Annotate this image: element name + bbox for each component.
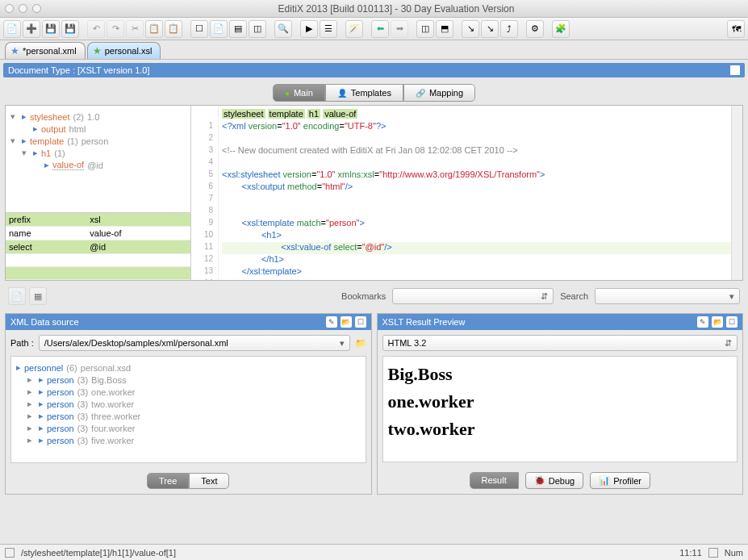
path-label: Path : — [10, 338, 34, 348]
split-h-icon[interactable]: ◫ — [416, 20, 434, 38]
split-v-icon[interactable]: ⬒ — [436, 20, 453, 38]
box-icon[interactable]: ☐ — [355, 316, 366, 328]
cut-icon[interactable]: ✂ — [126, 20, 144, 38]
window-titlebar: EditiX 2013 [Build 010113] - 30 Day Eval… — [0, 0, 748, 18]
btn-debug[interactable]: 🐞Debug — [525, 472, 583, 489]
person-icon: 👤 — [337, 89, 347, 98]
btn-result[interactable]: Result — [470, 472, 519, 489]
box-icon[interactable]: ☐ — [726, 316, 738, 328]
wand-icon[interactable]: 🪄 — [345, 20, 363, 38]
search-dropdown[interactable]: ▾ — [595, 288, 740, 304]
result-heading: one.worker — [388, 391, 733, 412]
vertical-scrollbar[interactable] — [731, 106, 742, 280]
file-tab-personal-xml[interactable]: ★ *personal.xml — [5, 42, 86, 59]
edit-icon[interactable]: ✎ — [697, 316, 708, 328]
folder-icon[interactable]: 📁 — [355, 338, 366, 349]
star-icon: ★ — [93, 45, 102, 56]
paste-icon[interactable]: 📋 — [165, 20, 182, 38]
out-c-icon[interactable]: ⤴ — [500, 20, 518, 38]
toolbox-b-icon[interactable]: ▦ — [29, 287, 47, 305]
result-body[interactable]: Big.Boss one.worker two.worker — [382, 356, 738, 462]
out-b-icon[interactable]: ↘ — [481, 20, 499, 38]
tree-row[interactable]: ▸▸person (3) four.worker — [27, 422, 361, 434]
traffic-lights — [5, 4, 41, 13]
star-icon: ★ — [10, 45, 19, 56]
prev-icon[interactable]: ⬅ — [371, 20, 389, 38]
tree-row[interactable]: ▸▸person (3) five.worker — [27, 434, 361, 446]
seg-text[interactable]: Text — [189, 473, 229, 489]
close-dot[interactable] — [5, 4, 14, 13]
editor-zone: ▾▸stylesheet (2) 1.0 ▸output html ▾▸temp… — [5, 105, 743, 281]
properties-table[interactable]: prefixxsl namevalue-of select@id — [6, 212, 190, 280]
window-title: EditiX 2013 [Build 010113] - 30 Day Eval… — [49, 3, 743, 15]
btn-profiler[interactable]: 📊Profiler — [590, 472, 650, 489]
main-toolbar: 📄 ➕ 💾 💾 ↶ ↷ ✂ 📋 📋 ☐ 📄 ▤ ◫ 🔍 ▶ ☰ 🪄 ⬅ ➡ ◫ … — [0, 18, 748, 40]
seg-tree[interactable]: Tree — [147, 473, 189, 489]
open-icon[interactable]: 📂 — [712, 316, 723, 328]
minimize-dot[interactable] — [19, 4, 27, 13]
copy-icon[interactable]: 📋 — [145, 20, 163, 38]
sheet-icon[interactable]: ☰ — [320, 20, 337, 38]
path-row: Path : /Users/alex/Desktop/samples/xml/p… — [6, 330, 371, 356]
format-dropdown[interactable]: HTML 3.2⇵ — [382, 335, 738, 351]
bookmarks-dropdown[interactable]: ⇵ — [392, 288, 554, 304]
tree-row[interactable]: ▸▸person (3) three.worker — [27, 410, 361, 422]
search-label: Search — [560, 291, 588, 301]
tab-label: *personal.xml — [23, 46, 77, 56]
gear-icon[interactable]: ⚙ — [526, 20, 544, 38]
file-tab-personal-xsl[interactable]: ★ personal.xsl — [87, 42, 161, 59]
save-icon[interactable]: 💾 — [42, 20, 60, 38]
open-icon[interactable]: 📂 — [341, 316, 352, 328]
outline-pane: ▾▸stylesheet (2) 1.0 ▸output html ▾▸temp… — [6, 106, 191, 280]
run-icon[interactable]: ▶ — [300, 20, 318, 38]
ext-icon[interactable]: 🧩 — [552, 20, 570, 38]
status-xpath: /stylesheet/template[1]/h1[1]/value-of[1… — [21, 548, 673, 558]
status-caret: 11:11 — [679, 548, 702, 558]
next-icon[interactable]: ➡ — [391, 20, 408, 38]
help-icon[interactable]: 🗺 — [727, 20, 745, 38]
zoom-dot[interactable] — [32, 4, 41, 13]
code-pane[interactable]: 1234567891011121314 stylesheet template … — [191, 106, 742, 280]
doctype-label: Document Type : [XSLT version 1.0] — [8, 65, 149, 75]
subtab-main[interactable]: ● Main — [273, 84, 325, 102]
new-icon[interactable]: 📄 — [3, 20, 21, 38]
edit-icon[interactable]: ✎ — [326, 316, 337, 328]
panel-b-icon[interactable]: 📄 — [210, 20, 228, 38]
profiler-icon: 📊 — [599, 475, 610, 486]
outline-tree[interactable]: ▾▸stylesheet (2) 1.0 ▸output html ▾▸temp… — [6, 106, 190, 212]
tree-row[interactable]: ▸▸person (3) one.worker — [27, 386, 361, 398]
redo-icon[interactable]: ↷ — [107, 20, 124, 38]
path-dropdown[interactable]: /Users/alex/Desktop/samples/xml/personal… — [39, 335, 350, 351]
status-box-icon[interactable] — [5, 548, 15, 558]
data-source-footer: Tree Text — [6, 468, 371, 494]
code-body[interactable]: stylesheet template h1 value-of <?xml ve… — [219, 106, 731, 280]
panel-header: XML Data source ✎ 📂 ☐ — [6, 314, 371, 330]
panel-d-icon[interactable]: ◫ — [249, 20, 266, 38]
panel-data-source: XML Data source ✎ 📂 ☐ Path : /Users/alex… — [5, 313, 372, 495]
tab-label: personal.xsl — [105, 46, 153, 56]
new-plus-icon[interactable]: ➕ — [23, 20, 40, 38]
line-gutter: 1234567891011121314 — [191, 106, 219, 280]
doctype-box-icon[interactable] — [730, 65, 740, 75]
panel-header: XSLT Result Preview ✎ 📂 ☐ — [378, 314, 743, 330]
link-icon: 🔗 — [416, 89, 425, 98]
bookmark-row: 📄 ▦ Bookmarks ⇵ Search ▾ — [5, 284, 743, 308]
data-source-tree[interactable]: ▸personnel (6) personal.xsd ▸▸person (3)… — [10, 356, 366, 463]
doctype-bar: Document Type : [XSLT version 1.0] — [3, 63, 745, 77]
editor-subtabs: ● Main 👤 Templates 🔗 Mapping — [0, 81, 748, 105]
subtab-templates[interactable]: 👤 Templates — [325, 84, 403, 102]
find-icon[interactable]: 🔍 — [274, 20, 292, 38]
save-next-icon[interactable]: 💾 — [61, 20, 79, 38]
panel-result-preview: XSLT Result Preview ✎ 📂 ☐ HTML 3.2⇵ Big.… — [377, 313, 744, 495]
status-box-icon[interactable] — [708, 548, 718, 558]
undo-icon[interactable]: ↶ — [87, 20, 105, 38]
tree-row[interactable]: ▸▸person (3) Big.Boss — [27, 374, 361, 386]
tree-row[interactable]: ▸▸person (3) two.worker — [27, 398, 361, 410]
status-numlock: Num — [725, 548, 743, 558]
out-a-icon[interactable]: ↘ — [462, 20, 479, 38]
result-heading: two.worker — [388, 419, 733, 440]
panel-a-icon[interactable]: ☐ — [190, 20, 208, 38]
toolbox-a-icon[interactable]: 📄 — [8, 287, 26, 305]
subtab-mapping[interactable]: 🔗 Mapping — [403, 84, 475, 102]
panel-c-icon[interactable]: ▤ — [229, 20, 247, 38]
